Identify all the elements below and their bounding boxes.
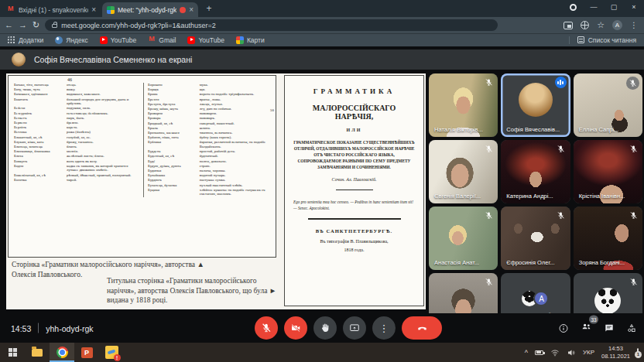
more-options-button[interactable]: ⋮	[372, 316, 396, 340]
participants-panel-button[interactable]: 33	[581, 321, 592, 336]
dictionary-entry: Броварь пивоваръ.	[148, 116, 271, 121]
participant-tile[interactable]: Софія Вячеславів...	[501, 73, 570, 137]
reading-list-button[interactable]: Список читання	[569, 36, 636, 44]
picture-in-picture-icon[interactable]	[564, 22, 573, 29]
bookmark-item[interactable]: Яндекс	[55, 36, 88, 44]
action-center-button[interactable]: 1	[637, 349, 639, 356]
file-explorer-button[interactable]	[25, 343, 50, 362]
dictionary-term: Будую, дуішь, дують	[148, 164, 200, 169]
dictionary-entry: Буцики хлѣбное кушанье на подобіе галуше…	[148, 188, 271, 196]
translate-icon[interactable]	[581, 21, 589, 29]
dictionary-definition: баранки, различной величины, на подобіе …	[200, 140, 271, 149]
more-count-label: Ще 21 особа	[517, 312, 553, 313]
dictionary-term: Броварь	[148, 116, 200, 121]
meeting-side-actions: 33	[558, 321, 637, 336]
tab-gmail[interactable]: Вхідні (1) - snyakovenko.uk20@lv ×	[3, 2, 101, 17]
activities-icon[interactable]	[626, 323, 637, 333]
new-tab-button[interactable]: +	[203, 3, 215, 15]
dictionary-term: Будинки	[148, 169, 200, 173]
dictionary-entry: Баштанъ большой огородъ для огурцовъ, ды…	[14, 97, 139, 106]
wifi-icon[interactable]	[550, 348, 560, 357]
participant-tile[interactable]: Анастасія Анат...	[429, 207, 498, 270]
record-indicator-icon[interactable]	[570, 4, 577, 11]
chat-icon[interactable]	[604, 323, 615, 333]
start-button[interactable]	[0, 343, 25, 362]
tab-close-icon[interactable]: ×	[189, 5, 194, 14]
dictionary-term: Буханець, буханка	[148, 183, 200, 188]
participant-tile[interactable]: Наталія Вікторів...	[429, 73, 498, 137]
dictionary-definition: лгу, даю по собачьи.	[200, 107, 271, 111]
dictionary-definition: желѣзный листъ; бляха.	[67, 154, 139, 159]
present-screen-button[interactable]	[343, 316, 366, 340]
language-indicator[interactable]: УКР	[583, 349, 594, 356]
dictionary-term: Блукаю, кішь, кать	[14, 140, 67, 145]
page-number: 46	[67, 77, 72, 82]
bookmark-label: Карти	[247, 36, 265, 44]
bookmark-item[interactable]: Додатки	[8, 36, 43, 44]
dictionary-definition: хлѣбное кушанье на подобіе галушекъ съ с…	[200, 188, 271, 196]
participant-tile[interactable]: Катерина Андрі...	[501, 140, 570, 203]
browser-toolbar: ← → ↻ meet.google.com/yhh-odyd-rgk?pli=1…	[0, 17, 644, 33]
bookmark-item[interactable]: YouTube	[187, 36, 224, 44]
participant-tile[interactable]: А Ще 21 особа	[501, 273, 570, 313]
participant-tile[interactable]: Євгенія Валерії...	[429, 140, 498, 203]
meet-favicon-icon	[107, 6, 115, 14]
mic-off-icon	[629, 277, 638, 286]
participants-grid: Наталія Вікторів... Софія Вячеславів... …	[429, 73, 642, 313]
dictionary-term: Буцики	[148, 188, 200, 196]
dictionary-definition: большой огородъ для огурцовъ, дынь и арб…	[67, 97, 139, 106]
reading-list-icon	[577, 36, 584, 43]
taskbar-clock[interactable]: 14:53 08.11.2021	[601, 345, 630, 360]
participant-tile[interactable]: Зоряна Богдані...	[574, 207, 642, 270]
hidden-icons-button[interactable]: ^	[525, 349, 528, 357]
participant-tile[interactable]: Анна Олександ...	[429, 273, 498, 313]
dictionary-definition: подушки, сила.	[67, 106, 139, 111]
title-page-line: 1818 года.	[293, 248, 415, 252]
bookmark-item[interactable]: YouTube	[100, 36, 136, 44]
dictionary-entry: Безсурмінъ нечестивецъ; безбожникъ.	[14, 111, 139, 116]
bookmark-label: Додатки	[19, 36, 43, 44]
tab-title: Meet: "yhh-odyd-rgk"	[118, 6, 176, 14]
mic-off-icon	[557, 144, 566, 153]
tab-meet[interactable]: Meet: "yhh-odyd-rgk" ×	[102, 2, 198, 17]
folder-icon	[32, 349, 43, 357]
dictionary-definition: пастушье сумка.	[200, 178, 271, 183]
profile-avatar[interactable]: A	[612, 20, 622, 30]
more-participants-tile[interactable]: А Ще 21 особа	[501, 273, 570, 313]
minimize-button[interactable]: —	[584, 0, 604, 14]
raise-hand-button[interactable]	[313, 316, 337, 340]
back-button[interactable]: ←	[5, 21, 13, 29]
powerpoint-icon: P	[81, 347, 93, 358]
notification-app-button[interactable]	[99, 343, 124, 362]
address-bar[interactable]: meet.google.com/yhh-odyd-rgk?pli=1&authu…	[45, 19, 498, 31]
powerpoint-taskbar-button[interactable]: P	[74, 343, 99, 362]
camera-toggle-button[interactable]	[284, 316, 307, 340]
participant-tile[interactable]: Єфросинія Олег...	[501, 207, 570, 270]
browser-menu-icon[interactable]: ⋮	[630, 22, 638, 29]
participant-tile[interactable]: Крістіна Іванівн...	[574, 140, 642, 203]
dictionary-entry: Броварня пивоварня.	[148, 111, 271, 116]
bookmark-item[interactable]: Карти	[236, 36, 265, 44]
reload-button[interactable]: ↻	[33, 21, 39, 29]
forward-button[interactable]: →	[19, 21, 27, 29]
close-button[interactable]: ×	[624, 0, 644, 14]
dictionary-definition: нечестивецъ; безбожникъ.	[67, 111, 139, 116]
bookmark-item[interactable]: Gmail	[148, 36, 176, 44]
windows-taskbar: P ^ УКР 14:53 08.11.2021 1	[0, 343, 644, 362]
bookmark-star-icon[interactable]: ☆	[597, 21, 605, 29]
call-controls: ⋮	[255, 316, 442, 340]
chrome-taskbar-button[interactable]	[50, 343, 74, 362]
maximize-button[interactable]: ▢	[604, 0, 624, 14]
participant-tile[interactable]: Ви	[574, 273, 642, 313]
tab-close-icon[interactable]: ×	[91, 5, 96, 14]
title-page-line	[308, 218, 401, 220]
bookmark-label: Gmail	[159, 36, 176, 44]
speaker-icon[interactable]	[567, 348, 576, 357]
meeting-details-icon[interactable]	[558, 323, 569, 333]
dictionary-entry: Бачишься, одічишься видишься, кажешься.	[14, 92, 139, 97]
end-call-button[interactable]	[402, 316, 442, 340]
battery-icon[interactable]	[535, 350, 543, 355]
participant-tile[interactable]: Елліна Сапрі...	[574, 73, 642, 137]
dictionary-entry: Бебехи подушки, сила.	[14, 106, 139, 111]
mic-toggle-button[interactable]	[255, 316, 278, 340]
